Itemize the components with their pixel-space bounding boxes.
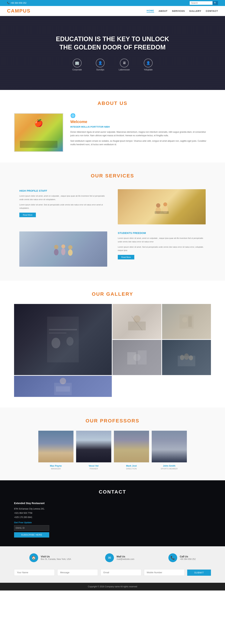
contact-light-section: 🏠 Visit Us Box St, Canada, New York, USA… (0, 546, 225, 583)
svg-point-10 (68, 250, 73, 256)
form-email-input[interactable] (101, 569, 141, 576)
about-welcome: Welcome (70, 120, 211, 124)
nav-about[interactable]: ABOUT (159, 10, 168, 12)
contact-visit: 🏠 Visit Us Box St, Canada, New York, USA (29, 553, 71, 562)
form-mobile-input[interactable] (144, 569, 185, 576)
hero-icons-row: 🏢 Corporate 👤 Sunclips 🖥 Laborsouse 👤 Yo… (72, 58, 153, 71)
contact-dark-inner: Extended Stay Restaurant 87th St,Kansas … (14, 502, 211, 538)
visit-title: Visit Us (41, 555, 71, 558)
gallery-item-2 (112, 304, 161, 339)
service-2-text1: Lorem ipsum dolor sit amet, amet on vulp… (118, 236, 206, 244)
hero-section: EDUCATION IS THE KEY TO UNLOCK THE GOLDE… (0, 16, 225, 90)
form-message-input[interactable] (57, 569, 98, 576)
get-update-link[interactable]: Get Free Update (14, 521, 211, 524)
sunclips-label: Sunclips (96, 68, 105, 71)
subscribe-button[interactable]: SUBSCRIBE HERE (14, 532, 49, 538)
svg-point-5 (54, 245, 58, 249)
contact-form: SUBMIT (14, 569, 211, 576)
subscribe-email-input[interactable] (14, 525, 49, 531)
about-content: 🌐 Welcome INTEGER MOLLIS PORTTITOR NIBH … (14, 113, 211, 152)
phone-number: 📞 +60 364 658 252 (7, 2, 26, 4)
contact-address: Extended Stay Restaurant (14, 502, 211, 504)
search-bar[interactable]: 🔍 (190, 1, 218, 5)
professor-card-3: Mark Jost DIRECTION (114, 431, 149, 470)
services-section: OUR SERVICES HIGH PROFILE STAFF Lorem ip… (0, 162, 225, 281)
logo[interactable]: CAMPUS (7, 8, 30, 14)
professor-name-4: John Smith (152, 464, 187, 467)
service-2-read-more[interactable]: Read More (118, 255, 134, 260)
svg-rect-11 (47, 317, 79, 362)
professor-card-4: John Smith SPORTS MEMBER (152, 431, 187, 470)
gallery-item-1 (14, 304, 112, 375)
hero-background (0, 16, 225, 90)
svg-point-26 (180, 355, 184, 360)
professors-section: OUR PROFESSORS Max Payne MANAGER Vessi V… (0, 408, 225, 480)
gallery-item-5 (162, 340, 211, 375)
service-item-1-text: HIGH PROFILE STAFF Lorem ipsum dolor sit… (14, 186, 112, 228)
call-title: Call Us (180, 555, 196, 558)
professor-photo-1 (38, 431, 73, 462)
gallery-item-6 (14, 376, 112, 397)
svg-point-12 (51, 338, 60, 348)
service-image-students (118, 189, 206, 224)
mail-icon: ✉ (105, 553, 114, 562)
search-input[interactable] (190, 1, 213, 5)
contact-dark-title: CONTACT (14, 489, 211, 495)
service-image-group (19, 232, 107, 267)
contact-phone1: +021 864 503 7758 (14, 511, 211, 515)
svg-rect-14 (49, 329, 77, 330)
students-illustration (151, 198, 172, 216)
corporate-icon: 🏢 (73, 58, 82, 68)
professor-photo-4 (152, 431, 187, 462)
professors-title: OUR PROFESSORS (14, 418, 211, 424)
service-item-1-image (112, 186, 211, 228)
laborsouse-icon: 🖥 (120, 58, 129, 68)
svg-rect-16 (128, 322, 146, 330)
service-1-read-more[interactable]: Read More (19, 212, 36, 217)
professor-name-1: Max Payne (38, 464, 73, 467)
professor-role-3: DIRECTION (114, 468, 149, 470)
nav-services[interactable]: SERVICES (172, 10, 185, 12)
yoluptate-icon: 👤 (144, 58, 153, 68)
about-para2: Sed vestibulum sapien ornare ex sodales,… (70, 139, 211, 146)
contact-dark-section: CONTACT Extended Stay Restaurant 87th St… (0, 480, 225, 546)
svg-point-20 (182, 317, 187, 322)
gallery-grid (14, 304, 211, 397)
professor-card-2: Vessi Vel TRAINER (76, 431, 111, 470)
about-para1: Donec bibendum ligula sit amet auctor vu… (70, 130, 211, 138)
hero-icon-yoluptate: 👤 Yoluptate (144, 58, 153, 71)
services-grid: HIGH PROFILE STAFF Lorem ipsum dolor sit… (14, 186, 211, 270)
hero-icon-sunclips: 👤 Sunclips (96, 58, 105, 71)
svg-point-28 (189, 355, 193, 360)
about-subtitle: INTEGER MOLLIS PORTTITOR NIBH (70, 126, 211, 128)
svg-rect-30 (56, 386, 70, 392)
contact-visit-text: Visit Us Box St, Canada, New York, USA (41, 555, 71, 560)
footer-text: Copyright © 2016 Company name All rights… (3, 586, 222, 588)
nav-contact[interactable]: CONTACT (206, 10, 218, 12)
svg-point-1 (156, 203, 160, 208)
service-item-2-text: STUDENTS FREEDOM Lorem ipsum dolor sit a… (112, 228, 211, 270)
service-2-title: STUDENTS FREEDOM (118, 232, 206, 234)
professor-name-2: Vessi Vel (76, 464, 111, 467)
about-section: ABOUT US 🌐 Welcome INTEGER MOLLIS PORTTI… (0, 90, 225, 162)
form-submit-button[interactable]: SUBMIT (187, 570, 211, 576)
service-1-text2: Lorem ipsum dolor sit amet. Sed at persp… (19, 203, 107, 210)
nav-gallery[interactable]: GALLERY (189, 10, 202, 12)
gallery-title: OUR GALLERY (14, 291, 211, 297)
service-item-2-image (14, 228, 112, 270)
mail-title: Mail Us (117, 555, 134, 558)
nav-home[interactable]: HOME (147, 9, 154, 13)
gallery-img-3 (176, 311, 197, 332)
svg-point-13 (66, 337, 73, 346)
professor-name-3: Mark Jost (114, 464, 149, 467)
professor-role-1: MANAGER (38, 468, 73, 470)
svg-point-7 (61, 244, 65, 248)
visit-icon: 🏠 (29, 553, 38, 562)
gallery-img-6 (52, 376, 73, 397)
gallery-img-1 (45, 315, 80, 364)
search-button[interactable]: 🔍 (213, 1, 218, 5)
mail-address: mail@website.com (117, 558, 134, 560)
svg-point-6 (54, 249, 58, 256)
form-name-input[interactable] (14, 569, 55, 576)
svg-point-8 (61, 248, 65, 255)
